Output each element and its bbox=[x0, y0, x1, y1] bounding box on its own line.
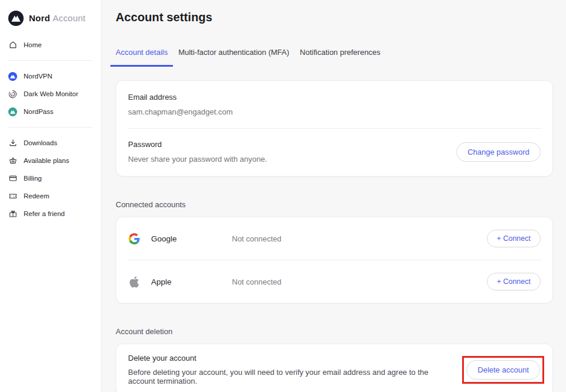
account-details-card: Email address sam.chapman@engadget.com P… bbox=[116, 80, 553, 177]
tab-bar: Account details Multi-factor authenticat… bbox=[110, 48, 553, 67]
sidebar-divider bbox=[8, 60, 93, 61]
brand-name: Nord Account bbox=[29, 13, 86, 24]
home-icon bbox=[8, 41, 17, 50]
connect-google-button[interactable]: + Connect bbox=[487, 230, 541, 247]
page-title: Account settings bbox=[116, 11, 553, 24]
connected-accounts-heading: Connected accounts bbox=[116, 200, 553, 209]
sidebar-item-label: Redeem bbox=[24, 192, 49, 200]
brand-name-bold: Nord bbox=[29, 13, 50, 23]
gift-icon bbox=[8, 210, 17, 218]
sidebar-item-label: Refer a friend bbox=[24, 210, 65, 217]
brand-logo[interactable]: Nord Account bbox=[0, 10, 101, 27]
google-icon bbox=[128, 233, 140, 244]
provider-name: Apple bbox=[151, 277, 232, 286]
delete-account-title: Delete your account bbox=[128, 354, 453, 362]
tab-notification-preferences[interactable]: Notification preferences bbox=[295, 48, 386, 67]
password-hint: Never share your password with anyone. bbox=[128, 155, 267, 164]
sidebar-item-home[interactable]: Home bbox=[8, 36, 93, 54]
sidebar-divider bbox=[8, 127, 93, 128]
sidebar-item-label: Home bbox=[24, 41, 42, 48]
password-label: Password bbox=[128, 140, 267, 149]
sidebar-item-label: Billing bbox=[24, 175, 42, 182]
basket-icon bbox=[8, 156, 17, 165]
brand-name-light: Account bbox=[53, 13, 86, 23]
sidebar-item-label: Available plans bbox=[24, 157, 69, 164]
nordpass-icon bbox=[8, 107, 17, 116]
dark-web-monitor-icon bbox=[8, 90, 17, 99]
sidebar-item-downloads[interactable]: Downloads bbox=[8, 134, 93, 152]
credit-card-icon bbox=[8, 174, 17, 183]
delete-account-button[interactable]: Delete account bbox=[466, 360, 540, 380]
apple-icon bbox=[128, 276, 140, 288]
tab-mfa[interactable]: Multi-factor authentication (MFA) bbox=[173, 48, 295, 67]
sidebar-item-dark-web-monitor[interactable]: Dark Web Monitor bbox=[8, 85, 93, 103]
nordvpn-icon bbox=[8, 72, 17, 81]
main-content: Account settings Account details Multi-f… bbox=[102, 0, 566, 392]
sidebar-item-billing[interactable]: Billing bbox=[8, 169, 93, 187]
sidebar: Nord Account Home NordVPN bbox=[0, 0, 102, 392]
sidebar-item-label: Downloads bbox=[24, 139, 57, 146]
sidebar-item-redeem[interactable]: Redeem bbox=[8, 187, 93, 205]
password-text: Password Never share your password with … bbox=[128, 140, 267, 164]
sidebar-item-label: NordVPN bbox=[24, 73, 53, 80]
provider-status: Not connected bbox=[232, 277, 487, 286]
sidebar-item-nordvpn[interactable]: NordVPN bbox=[8, 67, 93, 85]
ticket-icon bbox=[8, 192, 17, 201]
nord-account-app: Nord Account Home NordVPN bbox=[0, 0, 566, 392]
sidebar-item-label: NordPass bbox=[24, 108, 54, 115]
delete-account-description: Before deleting your account, you will n… bbox=[128, 368, 453, 386]
red-highlight-box: Delete account bbox=[462, 356, 544, 384]
sidebar-item-refer-a-friend[interactable]: Refer a friend bbox=[8, 205, 93, 223]
google-row: Google Not connected + Connect bbox=[116, 217, 552, 260]
email-label: Email address bbox=[128, 93, 541, 102]
provider-name: Google bbox=[151, 234, 232, 243]
change-password-button[interactable]: Change password bbox=[456, 142, 541, 162]
sidebar-item-label: Dark Web Monitor bbox=[24, 90, 78, 97]
apple-row: Apple Not connected + Connect bbox=[116, 260, 552, 303]
sidebar-item-available-plans[interactable]: Available plans bbox=[8, 152, 93, 169]
tab-account-details[interactable]: Account details bbox=[110, 48, 173, 67]
download-icon bbox=[8, 139, 17, 148]
email-value: sam.chapman@engadget.com bbox=[128, 107, 541, 116]
connected-accounts-card: Google Not connected + Connect Apple Not… bbox=[116, 217, 553, 303]
delete-account-row: Delete your account Before deleting your… bbox=[116, 344, 552, 392]
password-section: Password Never share your password with … bbox=[116, 129, 552, 176]
account-deletion-heading: Account deletion bbox=[116, 327, 553, 336]
sidebar-item-nordpass[interactable]: NordPass bbox=[8, 103, 93, 120]
account-deletion-card: Delete your account Before deleting your… bbox=[116, 344, 553, 392]
delete-account-text: Delete your account Before deleting your… bbox=[128, 354, 453, 386]
email-section: Email address sam.chapman@engadget.com bbox=[116, 81, 552, 128]
nord-logo-icon bbox=[8, 11, 24, 26]
provider-status: Not connected bbox=[232, 234, 487, 243]
connect-apple-button[interactable]: + Connect bbox=[487, 273, 541, 290]
